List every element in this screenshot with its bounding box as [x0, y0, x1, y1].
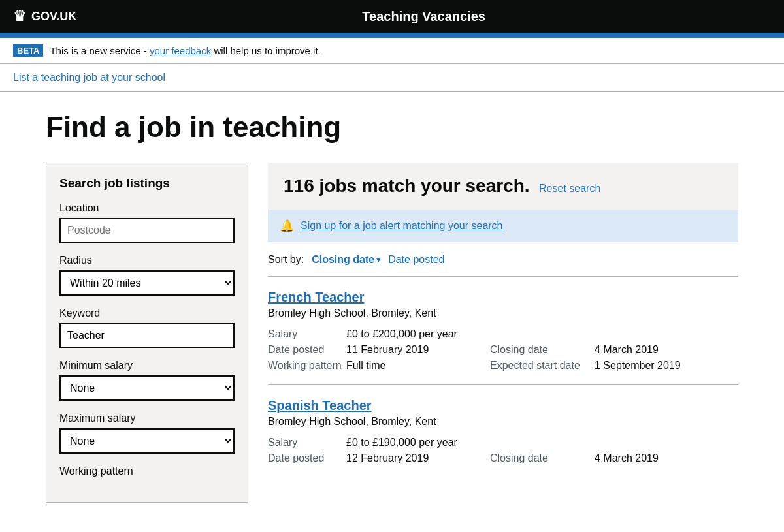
max-salary-select[interactable]: None £30,000 £40,000 £50,000 [59, 428, 235, 454]
job-alert-banner: 🔔 Sign up for a job alert matching your … [268, 210, 738, 242]
closing-value-0: 4 March 2019 [595, 344, 738, 356]
logo-text: GOV.UK [31, 10, 76, 23]
content-layout: Search job listings Location Radius With… [46, 163, 738, 503]
location-input[interactable] [59, 218, 235, 243]
keyword-input[interactable] [59, 323, 235, 348]
feedback-link[interactable]: your feedback [150, 45, 211, 56]
beta-tag: BETA [13, 44, 43, 57]
results-header: 116 jobs match your search. Reset search [268, 163, 738, 210]
sort-bar: Sort by: Closing date Date posted [268, 254, 738, 266]
job-title-french[interactable]: French Teacher [268, 290, 738, 305]
date-posted-label-1: Date posted [268, 452, 346, 464]
results-panel: 116 jobs match your search. Reset search… [268, 163, 738, 477]
closing-label-1: Closing date [490, 452, 595, 464]
sidebar-heading: Search job listings [59, 176, 235, 191]
radius-group: Radius Within 1 mile Within 5 miles With… [59, 255, 235, 296]
job-title-spanish[interactable]: Spanish Teacher [268, 398, 738, 413]
date-posted-value-0: 11 February 2019 [346, 344, 490, 356]
results-count: 116 jobs match your search. [284, 176, 530, 196]
list-job-link[interactable]: List a teaching job at your school [13, 72, 165, 83]
beta-text: This is a new service - your feedback wi… [50, 45, 320, 56]
blue-bar [0, 33, 784, 38]
job-listing: French Teacher Bromley High School, Brom… [268, 276, 738, 384]
min-salary-group: Minimum salary None £20,000 £25,000 £30,… [59, 360, 235, 401]
nav-bar: List a teaching job at your school [0, 64, 784, 92]
job-listing: Spanish Teacher Bromley High School, Bro… [268, 384, 738, 477]
sort-label: Sort by: [268, 254, 304, 266]
salary-value-0: £0 to £200,000 per year [346, 328, 738, 340]
salary-label-0: Salary [268, 328, 346, 340]
location-label: Location [59, 202, 235, 214]
working-pattern-value-0: Full time [346, 360, 490, 371]
job-details-french: Salary £0 to £200,000 per year Date post… [268, 328, 738, 371]
beta-banner: BETA This is a new service - your feedba… [0, 38, 784, 64]
bell-icon: 🔔 [280, 219, 294, 233]
date-posted-value-1: 12 February 2019 [346, 452, 490, 464]
max-salary-label: Maximum salary [59, 413, 235, 424]
crown-icon: ♛ [13, 8, 26, 25]
radius-select[interactable]: Within 1 mile Within 5 miles Within 10 m… [59, 270, 235, 296]
sort-date-posted[interactable]: Date posted [388, 254, 444, 266]
start-date-value-0: 1 September 2019 [595, 360, 738, 371]
closing-value-1: 4 March 2019 [595, 452, 738, 464]
job-school-spanish: Bromley High School, Bromley, Kent [268, 416, 738, 428]
min-salary-label: Minimum salary [59, 360, 235, 371]
sort-closing-date[interactable]: Closing date [312, 254, 380, 266]
start-date-label-0: Expected start date [490, 360, 595, 371]
main-container: Find a job in teaching Search job listin… [33, 112, 751, 503]
job-school-french: Bromley High School, Bromley, Kent [268, 307, 738, 319]
working-pattern-label: Working pattern [59, 465, 235, 477]
closing-label-0: Closing date [490, 344, 595, 356]
gov-logo: ♛ GOV.UK [13, 8, 76, 25]
min-salary-select[interactable]: None £20,000 £25,000 £30,000 [59, 375, 235, 401]
search-sidebar: Search job listings Location Radius With… [46, 163, 248, 503]
location-group: Location [59, 202, 235, 243]
working-pattern-group: Working pattern [59, 465, 235, 477]
keyword-group: Keyword [59, 307, 235, 348]
job-details-spanish: Salary £0 to £190,000 per year Date post… [268, 437, 738, 464]
job-alert-link[interactable]: Sign up for a job alert matching your se… [301, 220, 503, 232]
site-title: Teaching Vacancies [76, 9, 771, 24]
keyword-label: Keyword [59, 307, 235, 319]
site-header: ♛ GOV.UK Teaching Vacancies [0, 0, 784, 33]
date-posted-label-0: Date posted [268, 344, 346, 356]
radius-label: Radius [59, 255, 235, 266]
reset-search-link[interactable]: Reset search [539, 183, 600, 194]
salary-label-1: Salary [268, 437, 346, 448]
salary-value-1: £0 to £190,000 per year [346, 437, 738, 448]
page-title: Find a job in teaching [46, 112, 738, 143]
max-salary-group: Maximum salary None £30,000 £40,000 £50,… [59, 413, 235, 454]
working-pattern-label-0: Working pattern [268, 360, 346, 371]
